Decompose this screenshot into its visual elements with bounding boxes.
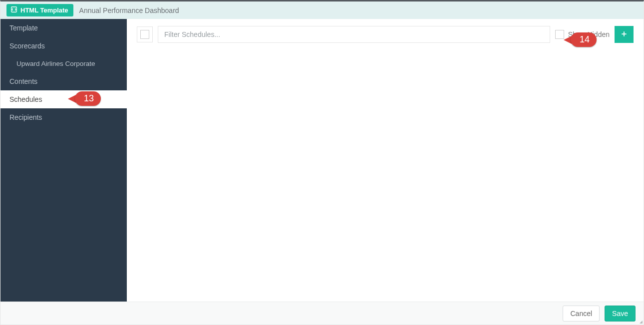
app-window: HTML Template Annual Performance Dashboa… <box>0 0 644 325</box>
filter-input-wrap <box>158 26 550 43</box>
add-schedule-button[interactable] <box>615 26 634 43</box>
sidebar-item-scorecards[interactable]: Scorecards <box>0 37 127 55</box>
footer-bar: Cancel Save <box>0 302 644 325</box>
filter-schedules-input[interactable] <box>164 30 544 38</box>
schedules-empty-area <box>127 43 644 302</box>
sidebar-item-template[interactable]: Template <box>0 19 127 37</box>
sidebar-item-contents[interactable]: Contents <box>0 72 127 90</box>
sidebar-item-recipients[interactable]: Recipients <box>0 108 127 126</box>
main-panel: Show Hidden <box>127 19 644 302</box>
left-sidebar: Template Scorecards Upward Airlines Corp… <box>0 19 127 302</box>
body-split: Template Scorecards Upward Airlines Corp… <box>0 19 644 302</box>
show-hidden-toggle[interactable]: Show Hidden <box>555 30 610 39</box>
cancel-button[interactable]: Cancel <box>563 306 600 322</box>
template-type-badge-label: HTML Template <box>20 6 68 14</box>
save-button[interactable]: Save <box>605 306 636 322</box>
template-type-badge: HTML Template <box>6 4 73 16</box>
page-title: Annual Performance Dashboard <box>79 6 179 14</box>
select-all-checkbox[interactable] <box>140 30 149 39</box>
select-all-checkbox-wrap <box>137 26 153 42</box>
header-bar: HTML Template Annual Performance Dashboa… <box>0 1 644 19</box>
resize-handle-icon[interactable] <box>638 319 643 324</box>
sidebar-item-schedules[interactable]: Schedules <box>0 90 127 108</box>
plus-icon <box>621 30 628 39</box>
show-hidden-checkbox[interactable] <box>555 30 564 39</box>
sidebar-item-upward-airlines-corporate[interactable]: Upward Airlines Corporate <box>0 55 127 72</box>
html-template-icon <box>10 6 17 14</box>
show-hidden-label: Show Hidden <box>568 30 610 38</box>
schedules-toolbar: Show Hidden <box>127 19 644 43</box>
